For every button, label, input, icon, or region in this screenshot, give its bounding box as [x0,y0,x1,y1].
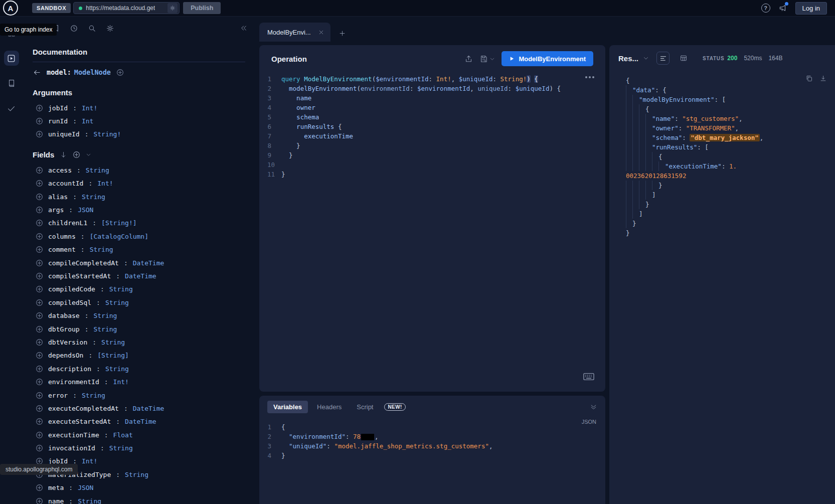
field-name[interactable]: accountId [48,180,83,187]
field-name[interactable]: name [48,497,64,504]
argument-type[interactable]: Int! [82,104,97,112]
download-response-icon[interactable] [819,75,827,82]
breadcrumb-type[interactable]: ModelNode [74,68,111,76]
field-type[interactable]: DateTime [125,272,156,280]
field-type[interactable]: String [109,444,133,452]
share-icon[interactable] [464,55,473,63]
field-name[interactable]: alias [48,193,68,201]
variables-editor[interactable]: 1{2 "environmentId": 78,3 "uniqueId": "m… [259,416,605,460]
operation-tab[interactable]: ModelByEnvi... [259,23,330,42]
add-all-fields-icon[interactable] [73,151,80,158]
field-row[interactable]: database:String [33,309,245,322]
field-name[interactable]: compileCompletedAt [48,259,119,267]
add-to-query-icon[interactable] [36,104,43,112]
field-name[interactable]: invocationId [48,444,95,452]
argument-type[interactable]: Int [82,117,93,125]
field-name[interactable]: columns [48,233,76,240]
field-row[interactable]: error:String [33,389,245,402]
field-row[interactable]: childrenL1:[String!] [33,217,245,230]
add-to-query-icon[interactable] [36,193,43,201]
apollo-logo[interactable]: A [3,1,18,16]
field-row[interactable]: description:String [33,362,245,375]
add-to-query-icon[interactable] [36,259,43,267]
add-type-icon[interactable] [116,69,124,76]
field-row[interactable]: accountId:Int! [33,177,245,190]
back-arrow-icon[interactable] [33,68,41,77]
field-type[interactable]: DateTime [125,418,156,425]
field-type[interactable]: String [82,193,105,201]
field-type[interactable]: String [93,312,117,319]
history-icon[interactable] [70,24,78,33]
field-name[interactable]: environmentId [48,378,99,386]
field-type[interactable]: Float [113,431,133,439]
response-menu-chevron-icon[interactable] [643,55,649,61]
endpoint-settings-button[interactable] [168,3,178,13]
keyboard-shortcuts-icon[interactable] [583,373,594,381]
field-row[interactable]: compiledCode:String [33,283,245,296]
field-name[interactable]: access [48,166,72,174]
tab-headers[interactable]: Headers [311,401,348,413]
field-type[interactable]: Int! [113,378,129,386]
add-to-query-icon[interactable] [36,484,43,491]
field-type[interactable]: Int! [82,457,97,465]
copy-response-icon[interactable] [805,75,813,82]
argument-type[interactable]: String! [93,130,121,138]
add-to-query-icon[interactable] [36,444,43,452]
add-to-query-icon[interactable] [36,325,43,333]
field-row[interactable]: environmentId:Int! [33,375,245,388]
field-type[interactable]: JSON [78,206,93,214]
add-tab-icon[interactable] [339,30,346,37]
field-type[interactable]: String [93,325,117,333]
field-row[interactable]: invocationId:String [33,441,245,454]
tree-view-button[interactable] [656,52,670,65]
field-type[interactable]: String [90,246,113,253]
field-name[interactable]: executeStartedAt [48,418,111,425]
field-row[interactable]: access:String [33,163,245,177]
field-name[interactable]: comment [48,246,76,253]
add-to-query-icon[interactable] [36,299,43,306]
add-to-query-icon[interactable] [36,431,43,439]
field-type[interactable]: String [105,299,129,306]
close-tab-icon[interactable] [318,29,324,36]
announcements-button[interactable] [778,4,787,13]
schema-nav-button[interactable] [4,76,19,91]
field-type[interactable]: [CatalogColumn] [90,233,148,240]
field-name[interactable]: database [48,312,80,319]
field-name[interactable]: error [48,392,68,399]
argument-row[interactable]: runId:Int [33,114,245,127]
operation-editor[interactable]: 1query ModelByEnvironment($environmentId… [259,72,605,179]
field-name[interactable]: dbtGroup [48,325,80,333]
field-name[interactable]: args [48,206,64,214]
add-to-query-icon[interactable] [36,130,43,138]
publish-button[interactable]: Publish [183,2,221,14]
add-to-query-icon[interactable] [36,233,43,240]
response-json[interactable]: {"data": {"modelByEnvironment": [{"name"… [626,76,835,238]
field-row[interactable]: dependsOn:[String] [33,349,245,362]
field-type[interactable]: String [109,285,133,293]
add-to-query-icon[interactable] [36,117,43,125]
add-to-query-icon[interactable] [36,352,43,359]
field-type[interactable]: JSON [78,484,93,491]
field-type[interactable]: String [105,365,129,373]
field-type[interactable]: DateTime [133,259,164,267]
field-row[interactable]: compileStartedAt:DateTime [33,269,245,282]
table-view-button[interactable] [677,52,690,65]
help-icon[interactable]: ? [761,4,770,13]
collapse-panel-icon[interactable] [590,403,597,411]
search-icon[interactable] [88,24,96,33]
add-to-query-icon[interactable] [36,206,43,214]
add-to-query-icon[interactable] [36,418,43,425]
field-name[interactable]: meta [48,484,64,491]
field-type[interactable]: DateTime [133,405,164,412]
editor-menu-button[interactable] [585,76,594,78]
field-row[interactable]: compiledSql:String [33,296,245,309]
field-row[interactable]: name:String [33,494,245,504]
add-to-query-icon[interactable] [36,497,43,504]
collapse-sidebar-icon[interactable] [239,24,247,32]
sort-fields-icon[interactable] [60,151,67,158]
field-row[interactable]: alias:String [33,190,245,203]
field-type[interactable]: Int! [97,180,113,187]
argument-row[interactable]: uniqueId:String! [33,128,245,141]
field-name[interactable]: dbtVersion [48,339,87,346]
field-name[interactable]: compiledCode [48,285,95,293]
